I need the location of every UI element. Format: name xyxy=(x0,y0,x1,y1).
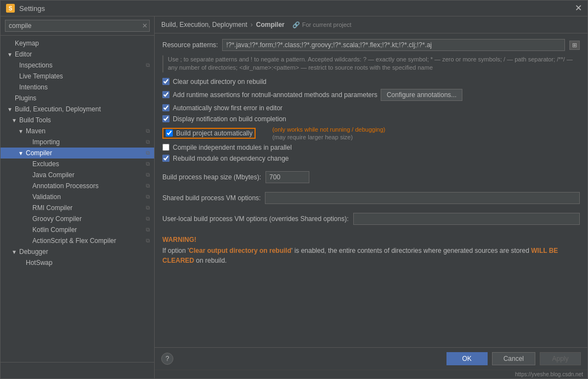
sidebar-item-plugins[interactable]: Plugins xyxy=(1,93,154,104)
excludes-copy-icon: ⧉ xyxy=(146,161,150,167)
sidebar-item-rmi-compiler[interactable]: RMI Compiler ⧉ xyxy=(1,202,154,213)
sidebar-item-build-tools[interactable]: ▼ Build Tools xyxy=(1,115,154,126)
build-tools-label: Build Tools xyxy=(19,116,51,124)
notification-checkbox[interactable] xyxy=(162,115,169,122)
sidebar-item-maven[interactable]: ▼ Maven ⧉ xyxy=(1,126,154,137)
settings-dialog: S Settings ✕ ✕ Keymap ▼ Editor xyxy=(0,0,588,379)
parallel-label[interactable]: Compile independent modules in parallel xyxy=(162,144,292,151)
show-error-row: Automatically show first error in editor xyxy=(162,104,580,112)
resource-patterns-label: Resource patterns: xyxy=(162,41,218,49)
project-link-icon: 🔗 xyxy=(292,21,300,29)
intentions-label: Intentions xyxy=(19,83,48,91)
show-error-text: Automatically show first error in editor xyxy=(173,104,282,112)
build-auto-checkbox[interactable] xyxy=(166,129,173,137)
main-content-area: Build, Execution, Deployment › Compiler … xyxy=(155,16,587,378)
compiler-label: Compiler xyxy=(26,149,52,157)
editor-label: Editor xyxy=(15,50,32,58)
breadcrumb-project: 🔗 For current project xyxy=(292,21,352,29)
sidebar-item-validation[interactable]: Validation ⧉ xyxy=(1,191,154,202)
sidebar-tree: Keymap ▼ Editor Inspections ⧉ Live Templ… xyxy=(1,36,154,362)
bed-arrow: ▼ xyxy=(7,106,13,112)
rebuild-text: Rebuild module on dependency change xyxy=(173,155,289,162)
clear-output-checkbox[interactable] xyxy=(162,78,169,85)
user-vm-input[interactable] xyxy=(353,213,580,225)
sidebar-item-hotswap[interactable]: HotSwap xyxy=(1,257,154,268)
user-vm-row: User-local build process VM options (ove… xyxy=(162,213,580,225)
ok-button[interactable]: OK xyxy=(446,352,488,365)
sidebar-item-editor[interactable]: ▼ Editor xyxy=(1,49,154,60)
sidebar: ✕ Keymap ▼ Editor Inspections ⧉ xyxy=(1,16,155,378)
maven-copy-icon: ⧉ xyxy=(146,128,150,134)
clear-output-row: Clear output directory on rebuild xyxy=(162,78,580,86)
search-input[interactable] xyxy=(5,20,150,32)
rebuild-label[interactable]: Rebuild module on dependency change xyxy=(162,155,289,162)
maven-label: Maven xyxy=(26,127,46,135)
sidebar-item-live-templates[interactable]: Live Templates xyxy=(1,71,154,82)
runtime-assertions-text: Add runtime assertions for notnull-annot… xyxy=(173,91,377,99)
shared-vm-input[interactable] xyxy=(265,192,580,204)
shared-vm-label: Shared build process VM options: xyxy=(162,194,261,202)
actionscript-label: ActionScript & Flex Compiler xyxy=(32,237,116,245)
maven-arrow: ▼ xyxy=(18,128,24,134)
java-compiler-label: Java Compiler xyxy=(32,171,75,179)
resource-patterns-expand-button[interactable]: ⊞ xyxy=(569,41,580,50)
build-auto-text: Build project automatically xyxy=(176,129,252,137)
runtime-assertions-label[interactable]: Add runtime assertions for notnull-annot… xyxy=(162,91,377,99)
sidebar-item-annotation-processors[interactable]: Annotation Processors ⧉ xyxy=(1,180,154,191)
notification-label[interactable]: Display notification on build completion xyxy=(162,115,286,123)
close-button[interactable]: ✕ xyxy=(575,4,582,13)
warning-text: If option 'Clear output directory on reb… xyxy=(162,246,580,265)
sidebar-item-groovy-compiler[interactable]: Groovy Compiler ⧉ xyxy=(1,213,154,224)
help-button[interactable]: ? xyxy=(161,353,173,365)
search-clear-icon[interactable]: ✕ xyxy=(142,22,148,30)
sidebar-item-debugger[interactable]: ▼ Debugger xyxy=(1,246,154,257)
sidebar-item-build-execution[interactable]: ▼ Build, Execution, Deployment xyxy=(1,104,154,115)
heap-size-label: Build process heap size (Mbytes): xyxy=(162,173,261,181)
sidebar-item-importing[interactable]: Importing ⧉ xyxy=(1,137,154,148)
sidebar-item-inspections[interactable]: Inspections ⧉ xyxy=(1,60,154,71)
inspections-label: Inspections xyxy=(19,61,53,69)
show-error-label[interactable]: Automatically show first error in editor xyxy=(162,104,282,112)
sidebar-item-intentions[interactable]: Intentions xyxy=(1,82,154,93)
dialog-title: Settings xyxy=(19,4,45,13)
build-tools-arrow: ▼ xyxy=(12,117,17,123)
kotlin-copy-icon: ⧉ xyxy=(146,227,150,233)
sidebar-item-excludes[interactable]: Excludes ⧉ xyxy=(1,159,154,169)
plugins-label: Plugins xyxy=(15,94,36,102)
compiler-arrow: ▼ xyxy=(18,150,24,156)
rebuild-checkbox[interactable] xyxy=(162,155,169,162)
breadcrumb-part1: Build, Execution, Deployment xyxy=(161,21,247,29)
resource-patterns-input[interactable] xyxy=(222,39,565,51)
groovy-copy-icon: ⧉ xyxy=(146,216,150,222)
clear-output-text: Clear output directory on rebuild xyxy=(173,78,267,86)
sidebar-item-compiler[interactable]: ▼ Compiler ⧉ xyxy=(1,148,154,159)
notification-row: Display notification on build completion xyxy=(162,115,580,123)
sidebar-item-kotlin-compiler[interactable]: Kotlin Compiler ⧉ xyxy=(1,224,154,235)
debugger-arrow: ▼ xyxy=(12,249,17,255)
apply-button[interactable]: Apply xyxy=(540,352,581,365)
compiler-copy-icon: ⧉ xyxy=(146,150,150,156)
runtime-assertions-checkbox[interactable] xyxy=(162,91,169,98)
groovy-compiler-label: Groovy Compiler xyxy=(32,215,82,223)
title-bar: S Settings ✕ xyxy=(1,1,587,16)
java-compiler-copy-icon: ⧉ xyxy=(146,172,150,178)
sidebar-item-keymap[interactable]: Keymap xyxy=(1,38,154,49)
parallel-checkbox[interactable] xyxy=(162,144,169,151)
sidebar-item-actionscript[interactable]: ActionScript & Flex Compiler ⧉ xyxy=(1,235,154,246)
heap-size-input[interactable] xyxy=(265,171,309,183)
search-wrapper: ✕ xyxy=(5,20,150,32)
build-auto-notes: (only works while not running / debuggin… xyxy=(272,126,385,140)
configure-annotations-button[interactable]: Configure annotations... xyxy=(381,89,462,101)
build-auto-note2: (may require larger heap size) xyxy=(272,134,385,140)
rmi-copy-icon: ⧉ xyxy=(146,205,150,211)
breadcrumb: Build, Execution, Deployment › Compiler … xyxy=(155,16,587,33)
show-error-checkbox[interactable] xyxy=(162,104,169,111)
user-vm-label: User-local build process VM options (ove… xyxy=(162,215,349,223)
clear-output-label[interactable]: Clear output directory on rebuild xyxy=(162,78,267,86)
cancel-button[interactable]: Cancel xyxy=(492,352,535,365)
url-bar: https://yveshe.blog.csdn.net xyxy=(155,370,587,378)
validation-label: Validation xyxy=(32,193,61,201)
warning-title: WARNING! xyxy=(162,236,580,244)
hotswap-label: HotSwap xyxy=(26,259,53,267)
sidebar-item-java-compiler[interactable]: Java Compiler ⧉ xyxy=(1,169,154,180)
